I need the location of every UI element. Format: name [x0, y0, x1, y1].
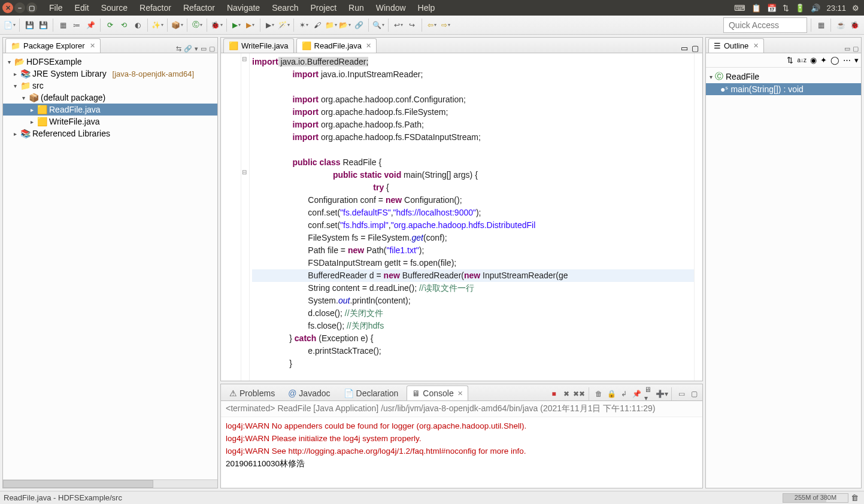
pin-console-icon[interactable]: 📌	[632, 389, 641, 399]
menu-search[interactable]: Search	[266, 1, 304, 15]
sort-icon[interactable]: ⇅	[787, 56, 793, 65]
terminate-icon[interactable]: ■	[549, 389, 559, 399]
minimize-icon[interactable]: ▭	[677, 389, 686, 399]
hide-local-icon[interactable]: ⋯	[843, 56, 851, 65]
minimize-icon[interactable]: ▭	[681, 44, 688, 53]
tab-declaration[interactable]: 📄Declaration	[339, 386, 404, 400]
close-icon[interactable]: ✕	[90, 42, 95, 50]
tray-battery-icon[interactable]: 🔋	[795, 4, 805, 13]
outline-main[interactable]: ●ˢmain(String[]) : void	[706, 83, 861, 95]
tab-console[interactable]: 🖥Console✕	[407, 385, 468, 400]
tb-run-icon[interactable]: ▶	[231, 19, 242, 31]
tb-new-class-icon[interactable]: Ⓒ	[191, 19, 203, 31]
maximize-icon[interactable]: ▢	[209, 45, 215, 53]
view-menu-icon[interactable]: ▾	[854, 56, 859, 65]
tab-package-explorer[interactable]: 📁 Package Explorer ✕	[5, 38, 101, 53]
tb-up-icon[interactable]: ↪	[406, 19, 418, 31]
tb-refresh-icon[interactable]: ⟳	[104, 19, 116, 31]
scroll-lock-icon[interactable]: 🔒	[607, 389, 616, 399]
hide-static-icon[interactable]: ✦	[820, 56, 827, 65]
tb-link-icon[interactable]: 🔗	[353, 19, 365, 31]
tree-readfile[interactable]: ▸🟨ReadFile.java	[3, 104, 217, 116]
tray-network-icon[interactable]: ⇅	[783, 4, 789, 13]
tb-open-type-icon[interactable]: 📦	[171, 19, 183, 31]
tb-run-last-icon[interactable]: ▶	[264, 19, 276, 31]
overview-ruler[interactable]	[694, 53, 702, 381]
quick-access-input[interactable]: Quick Access	[723, 17, 807, 33]
tree-jre[interactable]: ▸📚JRE System Library [java-8-openjdk-amd…	[3, 68, 217, 80]
tb-save-all-icon[interactable]: 💾	[37, 19, 49, 31]
menu-project[interactable]: Project	[305, 1, 343, 15]
tb-fwd-icon[interactable]: ⇨	[439, 19, 451, 31]
outline-class[interactable]: ▾ⒸReadFile	[706, 70, 861, 83]
tray-clock[interactable]: 23:11	[826, 4, 846, 13]
code-editor[interactable]: import java.io.BufferedReader; import ja…	[250, 53, 694, 381]
tb-prev-icon[interactable]: ↩	[392, 19, 404, 31]
tb-back-icon[interactable]: ⇦	[426, 19, 438, 31]
tree-project[interactable]: ▾📂HDFSExample	[3, 56, 217, 68]
tb-stop-obj-icon[interactable]: ◐	[132, 19, 144, 31]
tb-toggle-icon[interactable]: ≔	[71, 19, 83, 31]
minimize-icon[interactable]: ▭	[844, 45, 850, 53]
tb-brush-icon[interactable]: 🖌	[311, 19, 323, 31]
tb-perspective-icon[interactable]: ▦	[815, 19, 827, 31]
tb-build-icon[interactable]: ▦	[57, 19, 69, 31]
menu-help[interactable]: Help	[412, 1, 441, 15]
tray-gear-icon[interactable]: ⚙	[852, 4, 859, 13]
tb-new-icon[interactable]: 📄	[4, 19, 16, 31]
tb-filter-icon[interactable]: 📂	[339, 19, 351, 31]
menu-source[interactable]: Source	[95, 1, 134, 15]
maximize-icon[interactable]: ▢	[692, 44, 699, 53]
tb-pin-icon[interactable]: 📌	[84, 19, 96, 31]
tray-keyboard-icon[interactable]: 📋	[751, 4, 761, 13]
tb-coverage-icon[interactable]: ▶	[244, 19, 256, 31]
menu-edit[interactable]: Edit	[69, 1, 95, 15]
close-icon[interactable]: ✕	[753, 42, 759, 50]
open-console-icon[interactable]: ➕▾	[657, 389, 666, 399]
menu-run[interactable]: Run	[342, 1, 370, 15]
collapse-all-icon[interactable]: ⇆	[176, 45, 181, 53]
link-editor-icon[interactable]: 🔗	[184, 45, 192, 53]
console-output[interactable]: log4j:WARN No appenders could be found f…	[221, 417, 702, 488]
menu-window[interactable]: Window	[370, 1, 412, 15]
tb-sync-icon[interactable]: ⟲	[118, 19, 130, 31]
heap-status[interactable]: 255M of 380M	[783, 493, 848, 503]
display-console-icon[interactable]: 🖥▾	[644, 389, 654, 399]
tb-save-icon[interactable]: 💾	[23, 19, 35, 31]
tray-input-icon[interactable]: ⌨	[734, 4, 745, 13]
menu-refactor-2[interactable]: Refactor	[177, 1, 221, 15]
maximize-icon[interactable]: ▢	[853, 45, 859, 53]
tb-new-java-icon[interactable]: ✶	[298, 19, 310, 31]
tab-outline[interactable]: ☰ Outline ✕	[708, 38, 764, 53]
tray-calendar-icon[interactable]: 📅	[767, 4, 777, 13]
trash-icon[interactable]: 🗑	[851, 493, 860, 503]
window-maximize-button[interactable]: ▢	[26, 2, 37, 13]
close-icon[interactable]: ✕	[457, 390, 463, 397]
tree-referenced-libs[interactable]: ▸📚Referenced Libraries	[3, 127, 217, 139]
tb-ant-icon[interactable]: 🪄	[278, 19, 290, 31]
close-icon[interactable]: ✕	[366, 42, 371, 50]
remove-launch-icon[interactable]: ✖	[562, 389, 571, 399]
tb-debug-perspective-icon[interactable]: 🐞	[848, 19, 860, 31]
remove-all-icon[interactable]: ✖✖	[574, 389, 584, 399]
tb-debug-icon[interactable]: 🐞	[211, 19, 223, 31]
view-menu-icon[interactable]: ▾	[195, 45, 198, 53]
tab-javadoc[interactable]: @Javadoc	[283, 386, 335, 400]
clear-console-icon[interactable]: 🗑	[594, 389, 604, 399]
window-close-button[interactable]: ✕	[2, 2, 13, 13]
tb-java-perspective-icon[interactable]: ☕	[835, 19, 847, 31]
tray-volume-icon[interactable]: 🔊	[811, 4, 820, 13]
word-wrap-icon[interactable]: ↲	[619, 389, 629, 399]
tb-package-icon[interactable]: 📁	[325, 19, 337, 31]
tree-src[interactable]: ▾📁src	[3, 80, 217, 92]
window-minimize-button[interactable]: –	[14, 2, 25, 13]
horizontal-scrollbar[interactable]	[3, 479, 217, 488]
tree-writefile[interactable]: ▸🟨WriteFile.java	[3, 116, 217, 127]
menu-navigate[interactable]: Navigate	[221, 1, 266, 15]
tree-default-pkg[interactable]: ▾📦(default package)	[3, 92, 217, 104]
minimize-icon[interactable]: ▭	[201, 45, 207, 53]
az-sort-icon[interactable]: a↓z	[797, 57, 807, 63]
hide-fields-icon[interactable]: ◉	[810, 56, 817, 65]
tb-wand-icon[interactable]: ✨	[151, 19, 163, 31]
tab-readfile[interactable]: 🟨ReadFile.java✕	[296, 38, 377, 53]
